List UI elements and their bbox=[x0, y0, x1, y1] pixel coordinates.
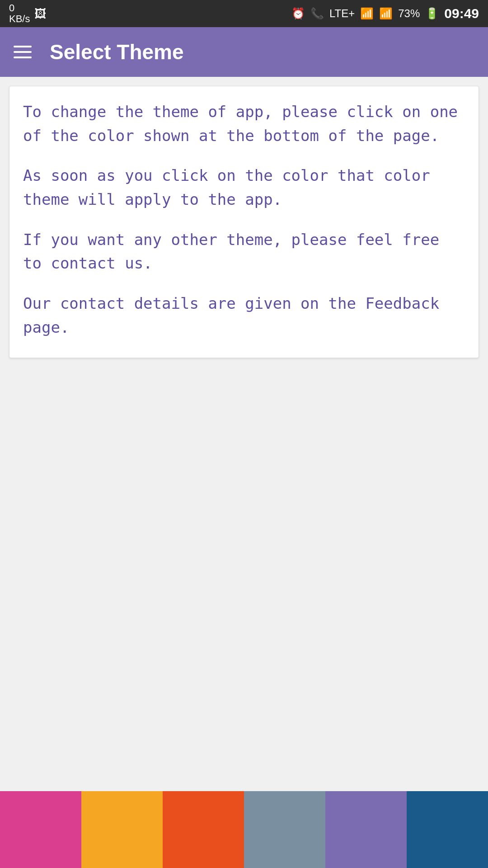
app-bar: Select Theme bbox=[0, 27, 488, 77]
hamburger-menu-button[interactable] bbox=[14, 46, 32, 58]
image-icon: 🖼 bbox=[34, 7, 46, 20]
status-bar: 0KB/s 🖼 ⏰ 📞 LTE+ 📶 📶 73% 🔋 09:49 bbox=[0, 0, 488, 27]
status-bar-left: 0KB/s 🖼 bbox=[9, 3, 46, 24]
signal-icon-2: 📶 bbox=[379, 7, 393, 20]
swatch-purple[interactable] bbox=[325, 791, 407, 868]
instruction-paragraph-2: As soon as you click on the color that c… bbox=[23, 164, 465, 211]
main-content: To change the theme of app, please click… bbox=[0, 77, 488, 791]
swatch-orange[interactable] bbox=[81, 791, 163, 868]
time-display: 09:49 bbox=[444, 6, 479, 21]
color-swatches-bar bbox=[0, 791, 488, 868]
phone-icon: 📞 bbox=[310, 7, 324, 20]
swatch-slate[interactable] bbox=[244, 791, 325, 868]
info-card: To change the theme of app, please click… bbox=[9, 86, 479, 358]
signal-icon: 📶 bbox=[360, 7, 374, 20]
swatch-dark-blue[interactable] bbox=[407, 791, 488, 868]
instruction-paragraph-1: To change the theme of app, please click… bbox=[23, 100, 465, 147]
status-bar-right: ⏰ 📞 LTE+ 📶 📶 73% 🔋 09:49 bbox=[291, 6, 479, 21]
speed-indicator: 0KB/s bbox=[9, 3, 30, 24]
instruction-paragraph-4: Our contact details are given on the Fee… bbox=[23, 292, 465, 339]
battery-label: 73% bbox=[398, 7, 420, 20]
page-title: Select Theme bbox=[50, 40, 184, 64]
swatch-red-orange[interactable] bbox=[163, 791, 244, 868]
alarm-icon: ⏰ bbox=[291, 7, 305, 20]
network-label: LTE+ bbox=[329, 7, 355, 20]
instruction-paragraph-3: If you want any other theme, please feel… bbox=[23, 228, 465, 275]
battery-icon: 🔋 bbox=[425, 7, 439, 20]
swatch-pink[interactable] bbox=[0, 791, 81, 868]
